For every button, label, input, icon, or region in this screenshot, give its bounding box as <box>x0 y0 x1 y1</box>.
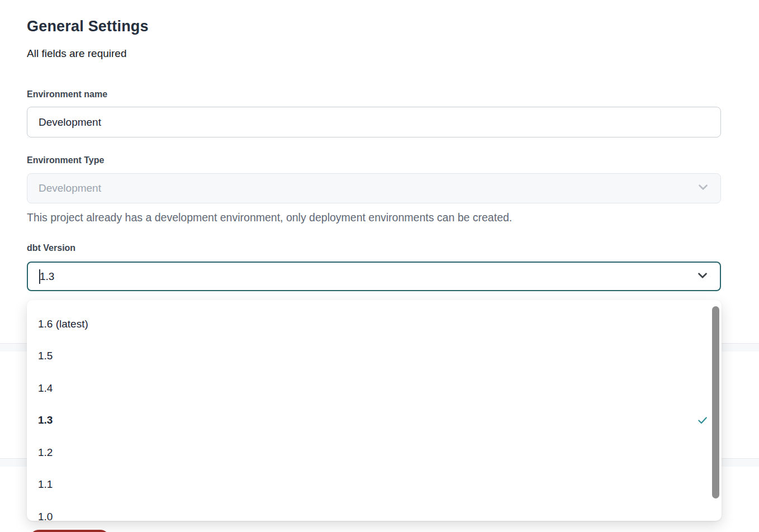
environment-type-value: Development <box>39 182 101 194</box>
dbt-version-dropdown: 1.6 (latest) 1.5 1.4 1.3 1.2 1.1 1.0 <box>27 300 722 521</box>
environment-type-label: Environment Type <box>27 155 104 165</box>
dropdown-option[interactable]: 1.2 <box>27 436 722 469</box>
dropdown-option[interactable]: 1.5 <box>27 340 722 373</box>
environment-type-helper: This project already has a development e… <box>27 211 512 224</box>
option-label: 1.6 (latest) <box>38 318 88 330</box>
page-title: General Settings <box>27 18 149 35</box>
chevron-down-icon <box>696 180 710 197</box>
option-label: 1.4 <box>38 382 53 395</box>
dropdown-option[interactable]: 1.1 <box>27 469 722 501</box>
dropdown-option[interactable]: 1.4 <box>27 372 722 405</box>
dropdown-scrollbar[interactable] <box>712 306 719 498</box>
dbt-version-combobox[interactable]: 1.3 <box>27 262 721 291</box>
dropdown-option[interactable]: 1.6 (latest) <box>27 308 722 340</box>
check-icon <box>697 415 708 426</box>
option-label: 1.3 <box>38 414 53 426</box>
dbt-version-value: 1.3 <box>40 270 54 283</box>
dropdown-option-selected[interactable]: 1.3 <box>27 405 722 437</box>
option-label: 1.2 <box>38 446 53 459</box>
dbt-version-label: dbt Version <box>27 243 75 253</box>
chevron-down-icon[interactable] <box>695 268 710 285</box>
environment-name-label: Environment name <box>27 89 107 99</box>
delete-button[interactable] <box>29 530 110 532</box>
environment-type-select: Development <box>27 173 721 203</box>
option-label: 1.1 <box>38 478 53 491</box>
required-note: All fields are required <box>27 48 126 60</box>
environment-name-input[interactable] <box>27 107 721 137</box>
option-label: 1.5 <box>38 350 53 362</box>
option-label: 1.0 <box>38 511 53 521</box>
dropdown-option[interactable]: 1.0 <box>27 501 722 521</box>
